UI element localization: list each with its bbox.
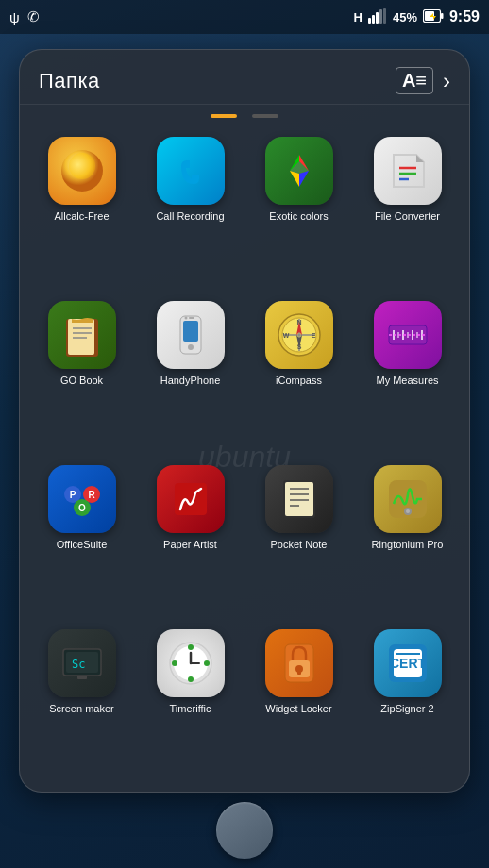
battery-percent: 45% (393, 10, 417, 25)
app-label-officesuite: OfficeSuite (57, 539, 108, 551)
usb-icon: ψ (9, 9, 20, 25)
svg-point-10 (170, 150, 211, 192)
battery-icon (423, 9, 444, 25)
folder-header: Папка A≡ › (20, 50, 469, 105)
app-item-file-converter[interactable]: File Converter (355, 129, 460, 290)
svg-point-60 (188, 644, 194, 650)
app-icon-allcalc (48, 137, 116, 205)
app-icon-mymeasures (374, 301, 442, 369)
app-icon-screenmaker: Sc (48, 629, 116, 697)
app-item-timeriffic[interactable]: Timeriffic (138, 622, 243, 782)
folder-title: Папка (39, 69, 100, 93)
svg-rect-2 (376, 12, 379, 24)
svg-text:E: E (311, 332, 315, 339)
app-item-gobook[interactable]: GO Book (29, 293, 134, 454)
chevron-right-icon[interactable]: › (443, 68, 450, 94)
svg-rect-3 (379, 9, 382, 24)
app-icon-officesuite: PRO (48, 465, 116, 533)
app-icon-file-converter (374, 137, 442, 205)
app-icon-ringtonium (374, 465, 442, 533)
phone-icon: ✆ (27, 8, 40, 25)
home-button[interactable] (216, 802, 273, 859)
app-label-call-recording: Call Recording (156, 210, 224, 223)
status-bar: ψ ✆ H 45% 9:59 (0, 0, 489, 34)
clock: 9:59 (449, 8, 480, 25)
svg-point-63 (204, 660, 210, 666)
app-label-ringtonium: Ringtonium Pro (372, 539, 444, 551)
svg-point-61 (188, 676, 194, 682)
app-item-icompass[interactable]: NSWEiCompass (246, 293, 351, 454)
app-item-zipsigner[interactable]: CERTZipSigner 2 (355, 622, 460, 782)
app-icon-exotic-colors (265, 137, 333, 205)
svg-rect-46 (285, 482, 313, 516)
svg-rect-14 (183, 321, 198, 342)
svg-text:CERT: CERT (389, 656, 426, 671)
app-label-zipsigner: ZipSigner 2 (380, 703, 433, 715)
svg-rect-7 (441, 13, 444, 19)
svg-rect-0 (368, 18, 371, 24)
svg-text:P: P (69, 490, 76, 500)
app-icon-timeriffic (157, 629, 225, 697)
svg-text:S: S (296, 343, 301, 350)
folder-header-icons: A≡ › (396, 67, 450, 94)
svg-rect-4 (383, 8, 386, 24)
apps-grid: ubuntu Allcalc-FreeCall RecordingExotic … (20, 122, 469, 792)
app-item-handyphone[interactable]: HandyPhone (138, 293, 243, 454)
app-icon-call-recording (157, 137, 225, 205)
svg-text:O: O (78, 503, 86, 513)
app-item-paperartist[interactable]: Paper Artist (138, 458, 243, 618)
app-item-mymeasures[interactable]: My Measures (355, 293, 460, 454)
app-label-screenmaker: Screen maker (49, 703, 113, 715)
app-item-ringtonium[interactable]: Ringtonium Pro (355, 458, 460, 618)
svg-text:R: R (88, 490, 95, 500)
app-icon-handyphone (157, 301, 225, 369)
app-label-icompass: iCompass (276, 375, 322, 387)
bottom-area (0, 793, 489, 868)
svg-point-15 (188, 344, 194, 350)
app-icon-gobook (48, 301, 116, 369)
app-item-pocketnote[interactable]: Pocket Note (246, 458, 351, 618)
page-dot-1[interactable] (211, 114, 237, 118)
status-left-icons: ψ ✆ (9, 8, 40, 25)
app-icon-widgetlocker (265, 629, 333, 697)
app-label-gobook: GO Book (60, 375, 103, 387)
svg-point-62 (172, 660, 177, 666)
app-label-allcalc: Allcalc-Free (54, 210, 109, 223)
status-right-info: H 45% 9:59 (354, 8, 480, 26)
svg-rect-1 (372, 15, 375, 24)
app-label-timeriffic: Timeriffic (170, 703, 211, 715)
app-icon-zipsigner: CERT (374, 629, 442, 697)
signal-type: H (354, 10, 363, 25)
pagination (20, 105, 469, 122)
app-icon-pocketnote (265, 465, 333, 533)
app-item-exotic-colors[interactable]: Exotic colors (246, 129, 351, 290)
svg-point-9 (69, 153, 95, 179)
app-label-exotic-colors: Exotic colors (269, 210, 328, 223)
app-label-paperartist: Paper Artist (163, 539, 217, 551)
app-item-widgetlocker[interactable]: Widget Locker (246, 622, 351, 782)
svg-point-16 (184, 317, 187, 320)
app-item-allcalc[interactable]: Allcalc-Free (29, 129, 134, 290)
svg-rect-17 (189, 317, 194, 319)
svg-point-53 (406, 509, 410, 513)
svg-rect-57 (77, 676, 87, 679)
app-item-call-recording[interactable]: Call Recording (138, 129, 243, 290)
text-icon[interactable]: A≡ (396, 67, 433, 94)
folder-card: Папка A≡ › ubuntu Allcalc-FreeCall Recor… (19, 49, 470, 793)
app-icon-paperartist (157, 465, 225, 533)
app-label-widgetlocker: Widget Locker (265, 703, 331, 715)
svg-text:N: N (296, 319, 301, 326)
svg-rect-12 (68, 319, 94, 355)
svg-text:W: W (282, 332, 289, 339)
svg-text:Sc: Sc (72, 658, 85, 671)
app-label-handyphone: HandyPhone (160, 375, 221, 387)
app-label-pocketnote: Pocket Note (271, 539, 328, 551)
svg-rect-44 (175, 483, 207, 515)
app-item-officesuite[interactable]: PROOfficeSuite (29, 458, 134, 618)
signal-bars (368, 8, 387, 26)
svg-rect-69 (297, 668, 301, 675)
page-dot-2[interactable] (252, 114, 278, 118)
app-label-mymeasures: My Measures (376, 375, 438, 387)
app-item-screenmaker[interactable]: ScScreen maker (29, 622, 134, 782)
app-label-file-converter: File Converter (375, 210, 440, 223)
